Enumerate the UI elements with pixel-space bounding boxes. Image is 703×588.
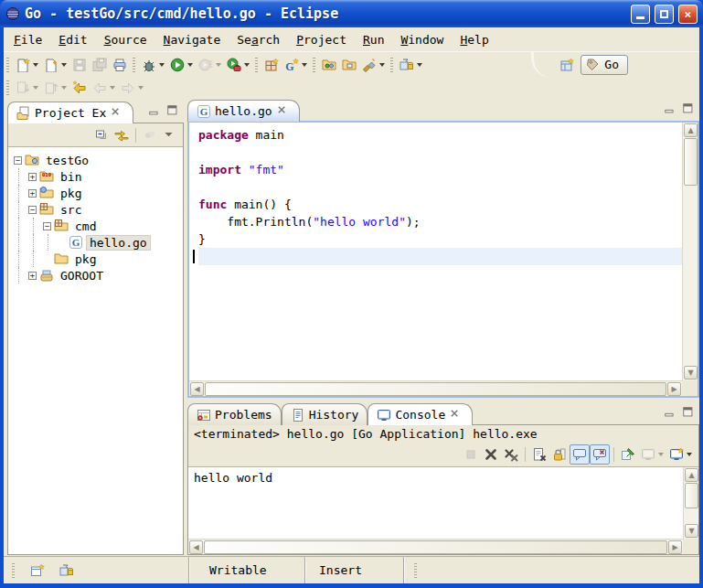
tab-hello-go[interactable]: G hello.go — [187, 100, 300, 122]
scroll-right-button[interactable]: ▶ — [667, 382, 681, 396]
code-editor[interactable]: package main import "fmt" func main() { … — [189, 123, 682, 380]
menu-edit[interactable]: Edit — [50, 30, 95, 49]
launch-shortcut-button[interactable] — [57, 561, 77, 581]
minimize-button[interactable] — [631, 5, 650, 24]
scroll-left-button[interactable]: ◀ — [189, 540, 203, 554]
dropdown-arrow-icon[interactable] — [687, 453, 692, 456]
scroll-up-button[interactable]: ▲ — [684, 123, 698, 137]
menu-navigate[interactable]: Navigate — [155, 30, 229, 49]
minimize-view-button[interactable] — [147, 104, 163, 119]
tree-item-cmd[interactable]: −cmd — [8, 218, 183, 234]
run-button[interactable] — [167, 55, 196, 75]
new-project-button[interactable] — [261, 55, 282, 75]
expand-expander-icon[interactable]: + — [28, 173, 37, 181]
open-console-button[interactable] — [666, 444, 695, 465]
tab-problems[interactable]: Problems — [187, 403, 282, 425]
expand-expander-icon[interactable]: + — [28, 272, 37, 280]
maximize-view-button[interactable] — [681, 102, 697, 117]
show-stdout-button[interactable] — [570, 444, 590, 465]
tab-console[interactable]: Console — [367, 403, 473, 425]
remove-launch-button[interactable] — [481, 444, 501, 465]
search-button[interactable] — [359, 55, 388, 75]
tree-item-testgo[interactable]: −testGo — [8, 152, 183, 168]
tab-project-explorer[interactable]: Project Ex — [7, 102, 133, 123]
last-edit-location-button[interactable] — [69, 78, 90, 98]
scrollbar-thumb[interactable] — [685, 483, 698, 508]
pin-console-button[interactable] — [618, 444, 638, 465]
tree-item-bin[interactable]: +010bin — [8, 168, 183, 185]
minimize-view-button[interactable] — [663, 406, 678, 421]
toolbar-group-handle[interactable] — [6, 58, 9, 72]
toolbar-group-handle[interactable] — [313, 58, 315, 72]
external-tools-button[interactable] — [224, 55, 252, 75]
project-tree[interactable]: −testGo+010bin+pkg−src−cmdGhello.gopkg+G… — [8, 146, 183, 554]
perspective-go-button[interactable]: Go — [581, 55, 628, 75]
menu-help[interactable]: Help — [452, 30, 496, 49]
fast-view-button[interactable] — [27, 561, 48, 581]
open-perspective-button[interactable] — [557, 55, 577, 75]
tree-item-src[interactable]: −src — [8, 201, 183, 218]
expand-expander-icon[interactable]: + — [28, 189, 37, 198]
toolbar-group-handle[interactable] — [133, 58, 135, 72]
scrollbar-thumb[interactable] — [684, 138, 698, 186]
menu-search[interactable]: Search — [229, 30, 288, 49]
print-button[interactable] — [110, 55, 130, 75]
close-icon[interactable] — [110, 106, 124, 121]
scroll-right-button[interactable]: ▶ — [668, 540, 682, 554]
open-resource-button[interactable] — [339, 55, 359, 75]
collapse-expander-icon[interactable]: − — [43, 222, 51, 230]
editor-vertical-scrollbar[interactable]: ▲▼ — [682, 123, 698, 380]
scroll-up-button[interactable]: ▲ — [685, 468, 698, 482]
dropdown-arrow-icon[interactable] — [244, 63, 250, 67]
remove-all-terminated-button[interactable] — [501, 444, 521, 465]
scroll-lock-button[interactable] — [549, 444, 570, 465]
maximize-view-button[interactable] — [165, 104, 181, 119]
scrollbar-thumb[interactable] — [205, 382, 666, 396]
dropdown-arrow-icon[interactable] — [61, 63, 67, 67]
menu-window[interactable]: Window — [392, 30, 452, 49]
scroll-left-button[interactable]: ◀ — [190, 382, 204, 396]
title-bar[interactable]: Go - testGo/src/cmd/hello.go - Eclipse × — [0, 0, 703, 27]
toolbar-group-handle[interactable] — [6, 80, 9, 95]
tree-item-goroot[interactable]: +GOROOT — [8, 267, 183, 283]
show-stderr-button[interactable] — [590, 444, 610, 465]
tab-history[interactable]: History — [282, 403, 368, 425]
dropdown-arrow-icon[interactable] — [159, 63, 165, 67]
close-icon[interactable] — [276, 104, 291, 119]
collapse-all-button[interactable] — [91, 125, 112, 145]
dropdown-arrow-icon[interactable] — [417, 63, 422, 67]
menu-source[interactable]: Source — [96, 30, 155, 49]
dropdown-arrow-icon[interactable] — [302, 63, 307, 67]
console-output[interactable]: hello world ▲▼ ◀▶ — [188, 466, 698, 554]
open-type-button[interactable] — [319, 55, 339, 75]
maximize-view-button[interactable] — [681, 406, 697, 421]
scrollbar-thumb[interactable] — [204, 540, 667, 554]
tree-item-pkg[interactable]: +pkg — [8, 185, 183, 201]
view-menu-button[interactable] — [160, 125, 180, 145]
collapse-expander-icon[interactable]: − — [28, 206, 37, 214]
dropdown-arrow-icon[interactable] — [33, 63, 38, 67]
console-horizontal-scrollbar[interactable]: ◀▶ — [188, 539, 683, 554]
toolbar-group-handle[interactable] — [255, 58, 258, 72]
scroll-down-button[interactable]: ▼ — [684, 366, 698, 380]
debug-button[interactable] — [139, 55, 167, 75]
minimize-view-button[interactable] — [663, 102, 678, 117]
editor-horizontal-scrollbar[interactable]: ◀▶ — [189, 380, 682, 396]
dropdown-arrow-icon[interactable] — [187, 63, 193, 67]
maximize-button[interactable] — [655, 5, 674, 24]
menu-file[interactable]: File — [5, 30, 50, 49]
tree-item-pkg[interactable]: pkg — [8, 251, 183, 267]
tree-item-hello-go[interactable]: Ghello.go — [8, 234, 183, 251]
clear-console-button[interactable] — [529, 444, 549, 465]
menu-run[interactable]: Run — [355, 30, 392, 49]
new-go-element-button[interactable]: G — [282, 55, 310, 75]
new-file-button[interactable] — [41, 55, 69, 75]
dropdown-arrow-icon[interactable] — [379, 63, 385, 67]
close-icon[interactable] — [449, 408, 463, 422]
menu-project[interactable]: Project — [288, 30, 355, 49]
toolbar-group-handle[interactable] — [390, 58, 393, 72]
link-with-editor-button[interactable] — [112, 125, 132, 145]
collapse-expander-icon[interactable]: − — [14, 156, 22, 165]
console-vertical-scrollbar[interactable]: ▲▼ — [683, 467, 698, 539]
close-button[interactable]: × — [678, 5, 698, 24]
